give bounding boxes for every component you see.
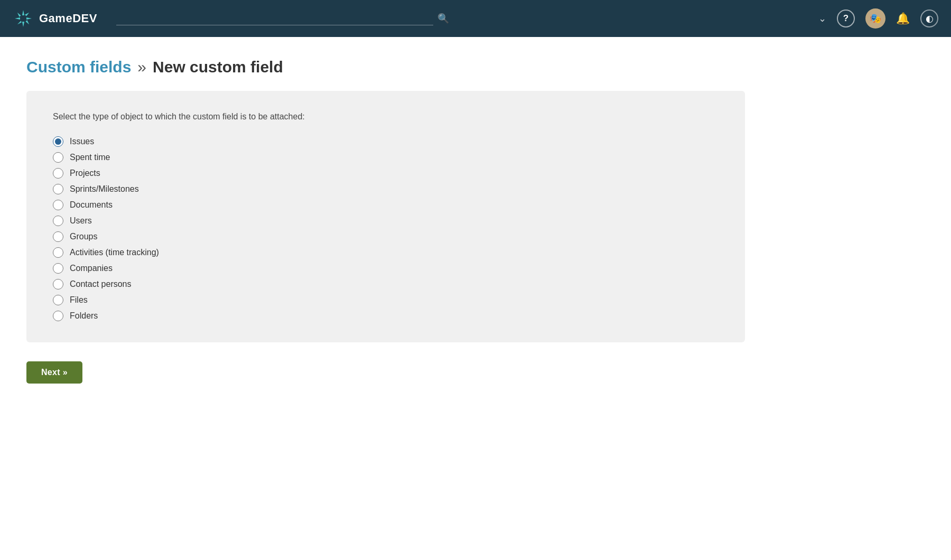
list-item[interactable]: Contact persons xyxy=(53,279,719,290)
action-bar: Next » xyxy=(26,361,925,384)
help-icon: ? xyxy=(843,13,849,24)
list-item[interactable]: Users xyxy=(53,216,719,226)
bell-icon: 🔔 xyxy=(896,12,910,25)
list-item[interactable]: Files xyxy=(53,295,719,305)
list-item[interactable]: Projects xyxy=(53,168,719,179)
search-input[interactable] xyxy=(116,12,433,25)
app-name: GameDEV xyxy=(39,12,97,25)
clock-icon: ◐ xyxy=(926,13,934,24)
history-button[interactable]: ◐ xyxy=(920,10,938,27)
list-item[interactable]: Documents xyxy=(53,200,719,210)
form-card: Select the type of object to which the c… xyxy=(26,91,745,342)
projects-radio[interactable] xyxy=(53,168,63,179)
breadcrumb-parent-link[interactable]: Custom fields xyxy=(26,58,131,76)
contact-persons-radio[interactable] xyxy=(53,279,63,290)
breadcrumb-separator: » xyxy=(137,58,146,76)
spent-time-radio[interactable] xyxy=(53,152,63,163)
list-item[interactable]: Spent time xyxy=(53,152,719,163)
main-header: GameDEV 🔍 ⌄ ? 🎭 🔔 ◐ xyxy=(0,0,951,37)
contact-persons-label: Contact persons xyxy=(70,279,132,289)
search-container: 🔍 xyxy=(116,12,799,25)
folders-label: Folders xyxy=(70,311,98,321)
app-logo[interactable]: GameDEV xyxy=(13,8,97,29)
companies-label: Companies xyxy=(70,264,113,273)
object-type-list: Issues Spent time Projects Sprints/Miles… xyxy=(53,136,719,321)
files-radio[interactable] xyxy=(53,295,63,305)
list-item[interactable]: Groups xyxy=(53,231,719,242)
list-item[interactable]: Companies xyxy=(53,263,719,274)
avatar[interactable]: 🎭 xyxy=(865,8,885,29)
groups-radio[interactable] xyxy=(53,231,63,242)
next-button[interactable]: Next » xyxy=(26,361,82,384)
projects-label: Projects xyxy=(70,169,100,178)
logo-icon xyxy=(13,8,34,29)
list-item[interactable]: Activities (time tracking) xyxy=(53,247,719,258)
main-content: Custom fields » New custom field Select … xyxy=(0,37,951,405)
sprints-milestones-radio[interactable] xyxy=(53,184,63,194)
issues-label: Issues xyxy=(70,137,94,146)
form-instruction: Select the type of object to which the c… xyxy=(53,112,719,122)
avatar-image: 🎭 xyxy=(870,13,881,24)
list-item[interactable]: Issues xyxy=(53,136,719,147)
page-title: New custom field xyxy=(153,58,283,76)
activities-label: Activities (time tracking) xyxy=(70,248,159,257)
notifications-button[interactable]: 🔔 xyxy=(896,12,910,25)
users-radio[interactable] xyxy=(53,216,63,226)
folders-radio[interactable] xyxy=(53,311,63,321)
sprints-milestones-label: Sprints/Milestones xyxy=(70,184,139,194)
activities-radio[interactable] xyxy=(53,247,63,258)
list-item[interactable]: Sprints/Milestones xyxy=(53,184,719,194)
companies-radio[interactable] xyxy=(53,263,63,274)
help-button[interactable]: ? xyxy=(837,10,855,27)
users-label: Users xyxy=(70,216,92,226)
breadcrumb: Custom fields » New custom field xyxy=(26,58,925,76)
list-item[interactable]: Folders xyxy=(53,311,719,321)
documents-radio[interactable] xyxy=(53,200,63,210)
dropdown-chevron-icon[interactable]: ⌄ xyxy=(818,13,826,24)
files-label: Files xyxy=(70,295,88,305)
spent-time-label: Spent time xyxy=(70,153,110,162)
header-actions: ⌄ ? 🎭 🔔 ◐ xyxy=(818,8,938,29)
search-icon: 🔍 xyxy=(437,13,449,24)
documents-label: Documents xyxy=(70,200,113,210)
issues-radio[interactable] xyxy=(53,136,63,147)
groups-label: Groups xyxy=(70,232,97,241)
